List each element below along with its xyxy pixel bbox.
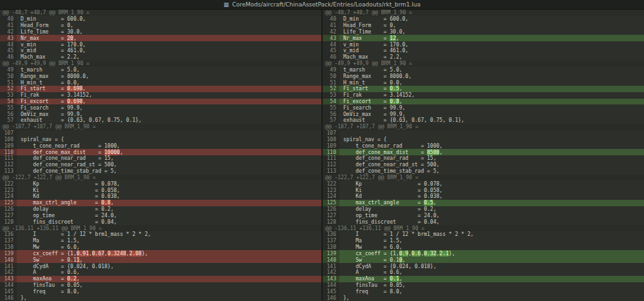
diff-row: 126 delay = 0.2, (323, 206, 644, 213)
code-line: Kp = 0.078, (339, 180, 644, 187)
code-line: Nr_max = 12, (339, 35, 644, 41)
diff-row: @@ -49,9 +49,9 @@ BRM_1_90 = (323, 61, 644, 67)
hunk-header: @@ -107,7 +107,7 @@ BRM_1_90 = (0, 124, 321, 130)
diff-row: 111 def_cone_near_rad = 15, (0, 155, 321, 162)
diff-pane-old[interactable]: @@ -40,7 +40,7 @@ BRM_1_90 =40D_min = 60… (0, 10, 323, 301)
code-line: OmViz_max = 99.9, (339, 111, 644, 117)
code-line: Kd = 0.038, (339, 193, 644, 200)
line-number: 126 (323, 206, 339, 213)
diff-row: 122 Kp = 0.078, (0, 180, 321, 187)
line-number: 140 (323, 257, 339, 263)
line-number: 124 (0, 193, 17, 200)
line-number: 145 (0, 288, 17, 295)
diff-row: 43Nr_max = 20, (0, 35, 321, 41)
diff-row: 49t_marsh = 5.0, (323, 66, 644, 73)
code-line: exhaust = {0.63, 0.67, 0.75, 0.1}, (339, 117, 644, 124)
line-number: 107 (0, 130, 17, 137)
line-number: 139 (323, 250, 339, 257)
diff-row: 56OmViz_max = 99.9, (323, 111, 644, 117)
code-line: def_cone_time_stab_rad = 5, (339, 168, 644, 175)
code-line: dCydA = {0.024, 0.018}, (339, 263, 644, 269)
diff-row: 141 dCydA = {0.024, 0.018}, (323, 263, 644, 269)
titlebar: ▦ CoreMods/aircraft/ChinaAssetPack/Entri… (0, 0, 644, 10)
diff-row: 111 def_cone_near_rad = 15, (323, 155, 644, 162)
line-number: 112 (323, 162, 339, 168)
line-number: 51 (0, 79, 17, 86)
diff-row: @@ -107,7 +107,7 @@ BRM_1_90 = (0, 124, 321, 130)
code-line: def_cone_near_rad_st = 500, (17, 162, 321, 168)
line-number: 122 (0, 180, 17, 187)
code-line: OmViz_max = 99.9, (17, 111, 321, 117)
code-line: Nr_max = 20, (17, 35, 321, 41)
diff-row: 44v_min = 170.0, (0, 41, 321, 48)
line-number: 125 (323, 200, 339, 206)
line-number: 127 (0, 213, 17, 219)
changed-token: 20 (67, 35, 73, 41)
diff-row: 52Fi_start = 0.5, (323, 86, 644, 92)
diff-window: ▦ CoreMods/aircraft/ChinaAssetPack/Entri… (0, 0, 644, 301)
diff-row: 42Life_Time = 30.0, (323, 28, 644, 35)
line-number: 125 (0, 200, 17, 206)
line-number: 137 (0, 238, 17, 244)
diff-row: @@ -122,7 +122,7 @@ BRM_1_90 = (323, 175, 644, 181)
diff-row: 138 Mw = 6.0, (0, 244, 321, 251)
hunk-header: @@ -122,7 +122,7 @@ BRM_1_90 = (0, 175, 321, 181)
code-line: t_marsh = 5.0, (339, 66, 644, 73)
code-line: freq = 8.0, (339, 288, 644, 295)
changed-token: 0.8 (101, 200, 110, 206)
code-line: Fi_start = 0.698, (17, 86, 321, 92)
diff-row: 127 op_time = 24.0, (0, 213, 321, 219)
changed-token: 0.9 (399, 251, 408, 257)
diff-row: 109 t_cone_near_rad = 1000, (323, 142, 644, 149)
line-number: 112 (0, 162, 17, 168)
diff-row: 50Range_max = 8000.0, (0, 73, 321, 79)
code-line: Mach_max = 2.2, (17, 54, 321, 61)
code-line: spiral_nav = { (17, 137, 321, 143)
line-number: 144 (0, 282, 17, 289)
code-line: Ki = 0.058, (17, 187, 321, 193)
diff-row: 57exhaust = {0.63, 0.67, 0.75, 0.1}, (323, 117, 644, 124)
code-line: t_cone_near_rad = 1000, (17, 142, 321, 149)
code-line: A = 0.6, (339, 269, 644, 276)
diff-pane-new[interactable]: @@ -40,7 +40,7 @@ BRM_1_90 =40D_min = 60… (323, 10, 644, 301)
line-number: 52 (323, 86, 339, 92)
code-line: Fi_rak = 3.14152, (339, 92, 644, 99)
hunk-header: @@ -136,11 +136,11 @@ BRM_1_90 = (0, 225, 321, 231)
line-number: 145 (323, 288, 339, 295)
diff-row: 55Fi_search = 99.9, (0, 104, 321, 111)
line-number: 108 (323, 137, 339, 143)
diff-row: 126 delay = 0.2, (0, 206, 321, 213)
line-number: 143 (323, 276, 339, 282)
changed-token: 10000 (104, 150, 120, 155)
diff-row: 127 op_time = 24.0, (323, 213, 644, 219)
diff-row: 145 freq = 8.0, (0, 288, 321, 295)
diff-row: @@ -40,7 +40,7 @@ BRM_1_90 = (323, 10, 644, 16)
code-line: Kp = 0.078, (17, 180, 321, 187)
diff-row: 53Fi_rak = 3.14152, (0, 92, 321, 99)
code-line: def_cone_time_stab_rad = 5, (17, 168, 321, 175)
line-number: 109 (0, 142, 17, 149)
code-line (339, 130, 644, 137)
diff-row: @@ -107,7 +107,7 @@ BRM_1_90 = (323, 124, 644, 130)
diff-row: 50Range_max = 8000.0, (323, 73, 644, 79)
file-icon: ▦ (223, 2, 229, 8)
diff-row: 40D_min = 600.0, (0, 16, 321, 23)
code-line: I = 1 / 12 * brm1_mass * 2 * 2, (17, 231, 321, 238)
diff-row: 45v_mid = 461.0, (323, 48, 644, 54)
diff-row: 122 Kp = 0.078, (323, 180, 644, 187)
code-line: }, (17, 295, 321, 301)
code-line: Range_max = 8000.0, (17, 73, 321, 79)
changed-token: 0.8 (390, 99, 399, 104)
code-line: finsTau = 0.05, (339, 282, 644, 289)
diff-row: 136 I = 1 / 12 * brm1_mass * 2 * 2, (323, 231, 644, 238)
changed-token: 0.2 (67, 276, 76, 282)
diff-row: 45v_mid = 461.0, (0, 48, 321, 54)
line-number: 43 (323, 35, 339, 41)
diff-row: 109 t_cone_near_rad = 1000, (0, 142, 321, 149)
line-number: 44 (323, 41, 339, 48)
line-number: 53 (323, 92, 339, 99)
changed-token: 0.5 (390, 86, 399, 92)
diff-row: @@ -136,11 +136,11 @@ BRM_1_90 = (0, 225, 321, 231)
diff-row: 144 finsTau = 0.05, (0, 282, 321, 289)
line-number: 128 (323, 218, 339, 225)
